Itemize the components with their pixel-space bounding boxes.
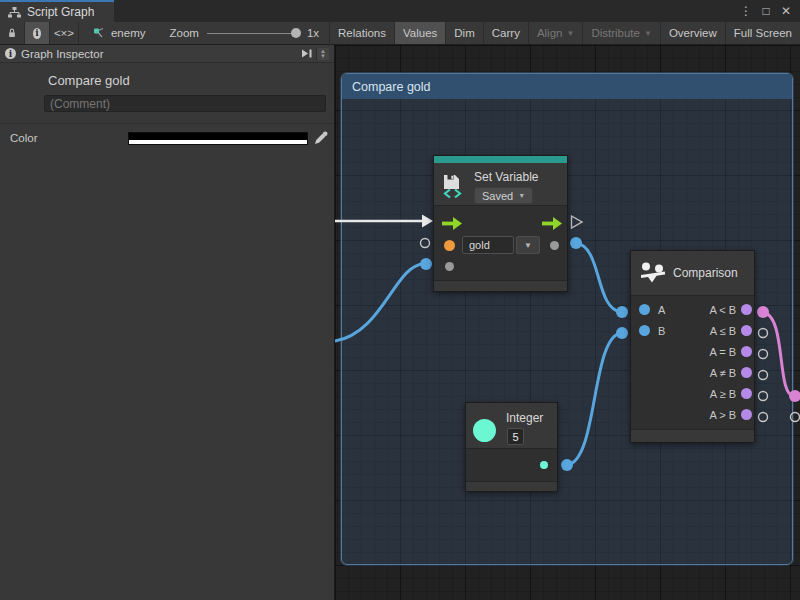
variable-name-port[interactable] xyxy=(444,240,455,251)
close-icon[interactable]: ✕ xyxy=(778,4,794,18)
wire-flow-arrowhead-icon xyxy=(422,215,433,228)
integer-type-icon xyxy=(473,419,496,442)
relations-toggle[interactable]: Relations xyxy=(330,22,395,44)
node-integer[interactable]: Integer 5 xyxy=(465,402,558,492)
unconnected-port[interactable] xyxy=(791,413,800,422)
unconnected-port[interactable] xyxy=(421,239,430,248)
carry-toggle[interactable]: Carry xyxy=(484,22,529,44)
integer-out-port[interactable] xyxy=(540,461,548,469)
wire-end-port[interactable] xyxy=(616,306,628,318)
tab-script-graph[interactable]: Script Graph xyxy=(0,0,114,22)
unconnected-port[interactable] xyxy=(759,350,768,359)
overview-label: Overview xyxy=(669,27,717,39)
inspect-toggle-button[interactable]: i xyxy=(25,22,50,44)
zoom-control: Zoom 1x xyxy=(159,22,330,44)
zoom-slider[interactable] xyxy=(207,28,299,38)
port-row: A > B xyxy=(631,404,754,425)
zoom-slider-knob[interactable] xyxy=(291,28,301,38)
eyedropper-button[interactable] xyxy=(314,131,328,145)
output-label: A > B xyxy=(709,409,736,421)
output-label: A ≥ B xyxy=(710,388,736,400)
graph-toolbar: i <×> enemy Zoom 1x Relations Values Dim… xyxy=(0,22,800,45)
wire-value-in[interactable] xyxy=(335,264,424,341)
dock-panel-icon[interactable] xyxy=(301,49,313,58)
window-menu-icon[interactable]: ⋮ xyxy=(738,4,754,18)
graph-reference-label: enemy xyxy=(111,27,146,39)
maximize-icon[interactable]: □ xyxy=(758,4,774,18)
output-a-gt-b-port[interactable] xyxy=(741,409,752,420)
port-row: A ≠ B xyxy=(631,362,754,383)
node-set-variable[interactable]: Set Variable Saved ▼ xyxy=(433,155,568,292)
value-in-port[interactable] xyxy=(445,262,454,271)
node-header[interactable]: Set Variable Saved ▼ xyxy=(434,163,567,206)
node-footer xyxy=(466,481,557,491)
values-label: Values xyxy=(403,27,437,39)
graph-canvas[interactable]: Compare gold xyxy=(335,45,800,600)
flow-in-port[interactable] xyxy=(442,217,462,230)
flow-out-port[interactable] xyxy=(542,217,562,230)
flow-out-triangle-port[interactable] xyxy=(572,216,583,228)
port-row: A ≥ B xyxy=(631,383,754,404)
dim-toggle[interactable]: Dim xyxy=(446,22,483,44)
wire-end-port[interactable] xyxy=(561,459,573,471)
output-a-neq-b-port[interactable] xyxy=(741,367,752,378)
variable-kind-label: Saved xyxy=(482,190,513,202)
panel-spinner[interactable]: ▲▼ xyxy=(316,48,329,60)
graph-reference-button[interactable]: enemy xyxy=(79,22,160,44)
distribute-dropdown[interactable]: Distribute▼ xyxy=(583,22,661,44)
node-footer xyxy=(631,429,754,442)
wire-end-port[interactable] xyxy=(789,390,800,402)
node-header[interactable]: Integer 5 xyxy=(466,403,557,449)
variable-name-value[interactable]: gold xyxy=(462,236,514,254)
node-footer xyxy=(434,280,567,291)
variable-kind-dropdown[interactable]: Saved ▼ xyxy=(474,187,533,204)
color-field-row: Color xyxy=(0,131,334,145)
wire-setvar-to-a[interactable] xyxy=(576,243,621,312)
script-graph-window: Script Graph ⋮ □ ✕ i <×> enemy xyxy=(0,0,800,600)
chevron-down-icon: ▼ xyxy=(518,192,525,199)
variable-name-dropdown[interactable]: gold ▼ xyxy=(462,236,540,254)
output-a-lte-b-port[interactable] xyxy=(741,325,752,336)
align-label: Align xyxy=(537,27,563,39)
unconnected-port[interactable] xyxy=(759,329,768,338)
eyedropper-icon xyxy=(314,131,328,145)
wire-end-port[interactable] xyxy=(420,258,432,270)
dim-label: Dim xyxy=(454,27,474,39)
node-comparison[interactable]: Comparison A A < B B A ≤ B xyxy=(630,250,755,443)
node-body: A A < B B A ≤ B A = B xyxy=(631,296,754,425)
wire-integer-to-b[interactable] xyxy=(567,333,621,465)
color-label: Color xyxy=(10,132,128,144)
unconnected-port[interactable] xyxy=(759,392,768,401)
input-b-label: B xyxy=(658,325,665,337)
integer-value-input[interactable]: 5 xyxy=(507,428,524,445)
comment-input[interactable] xyxy=(44,95,326,112)
unconnected-port[interactable] xyxy=(759,371,768,380)
input-b-port[interactable] xyxy=(639,325,650,336)
graph-tab-icon xyxy=(8,7,21,18)
wire-end-port[interactable] xyxy=(616,327,628,339)
divider xyxy=(0,123,334,124)
color-swatch[interactable] xyxy=(128,132,308,145)
node-title: Set Variable xyxy=(474,170,538,184)
graph-inspector-header: i Graph Inspector ▲▼ xyxy=(0,45,334,63)
output-a-eq-b-port[interactable] xyxy=(741,346,752,357)
title-bar: Script Graph ⋮ □ ✕ xyxy=(0,0,800,22)
unconnected-port[interactable] xyxy=(759,413,768,422)
overview-button[interactable]: Overview xyxy=(661,22,726,44)
output-a-gte-b-port[interactable] xyxy=(741,388,752,399)
node-header[interactable]: Comparison xyxy=(631,251,754,296)
code-preview-button[interactable]: <×> xyxy=(50,22,79,44)
chevron-down-icon: ▼ xyxy=(644,29,652,38)
values-toggle[interactable]: Values xyxy=(395,22,446,44)
zoom-slider-track xyxy=(207,33,299,34)
lock-button[interactable] xyxy=(0,22,25,44)
input-a-port[interactable] xyxy=(639,304,650,315)
value-out-port[interactable] xyxy=(550,241,559,250)
align-dropdown[interactable]: Align▼ xyxy=(529,22,584,44)
output-label: A ≤ B xyxy=(710,325,736,337)
output-a-less-b-port[interactable] xyxy=(741,304,752,315)
wire-end-port[interactable] xyxy=(757,306,769,318)
wire-end-port[interactable] xyxy=(570,237,582,249)
fullscreen-button[interactable]: Full Screen xyxy=(726,22,800,44)
carry-label: Carry xyxy=(492,27,520,39)
